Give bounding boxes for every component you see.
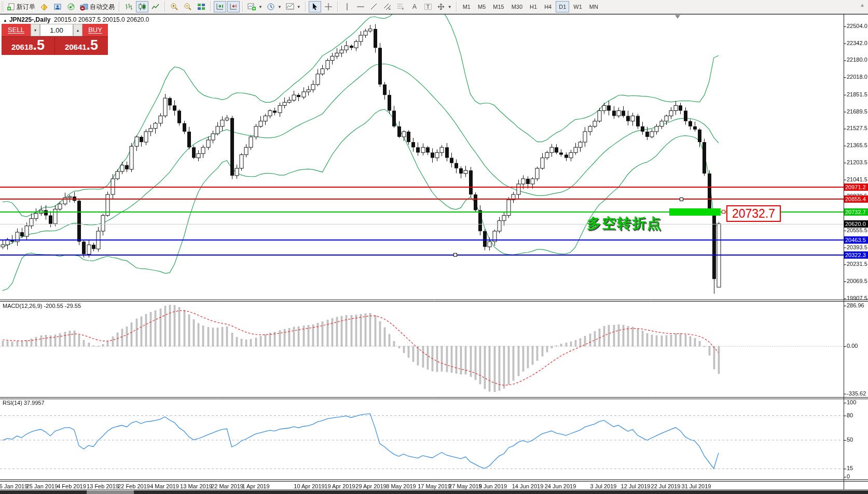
horizontal-line-tool-button[interactable]: [354, 1, 367, 12]
price-tag-20463.5: 20463.5: [844, 236, 868, 244]
level-line-20855.4[interactable]: [0, 199, 844, 200]
object-handle[interactable]: [680, 197, 683, 201]
timeframe-button-m5[interactable]: M5: [475, 1, 489, 12]
date-label: 31 Jul 2019: [682, 483, 711, 489]
vertical-line-tool-button[interactable]: [341, 1, 353, 12]
date-label: 13 Mar 2019: [180, 483, 212, 489]
volume-input[interactable]: [40, 24, 73, 36]
arrows-tool-button[interactable]: ▼: [435, 1, 453, 12]
line-chart-icon: [151, 3, 160, 11]
svg-text:E: E: [389, 7, 391, 10]
channel-tool-button[interactable]: E: [381, 1, 394, 12]
level-line-20322.3[interactable]: [0, 255, 844, 256]
zoom-in-button[interactable]: [168, 1, 181, 12]
timeframe-button-mn[interactable]: MN: [586, 1, 601, 12]
tile-windows-icon: [197, 3, 205, 11]
timeframe-button-m30[interactable]: M30: [508, 1, 526, 12]
volume-decrease-button[interactable]: ▼: [31, 24, 40, 36]
yellow-book-icon: [40, 3, 48, 11]
timeframe-button-m1[interactable]: M1: [460, 1, 474, 12]
toolbar-overflow-icon[interactable]: ▲: [860, 2, 865, 8]
horizontal-scrollbar[interactable]: [0, 490, 868, 494]
sell-button[interactable]: SELL: [2, 24, 31, 36]
collapse-panel-icon[interactable]: ▲: [3, 18, 7, 23]
price-axis-tick: 21851.5: [847, 91, 867, 97]
spin-down-icon: ▼: [34, 29, 37, 32]
auto-trading-label: 自动交易: [90, 3, 115, 11]
date-label: 17 May 2019: [418, 483, 451, 489]
sell-price[interactable]: 20618.5: [2, 37, 54, 55]
template-chart-icon: [286, 3, 294, 11]
dropdown-arrow-icon: ▼: [448, 5, 452, 9]
toolbar-separator: [164, 2, 166, 12]
trendline-icon: [370, 3, 378, 11]
community-button[interactable]: [51, 1, 64, 12]
templates-button[interactable]: ▼: [284, 1, 302, 12]
crosshair-tool-button[interactable]: [322, 1, 335, 12]
price-axis-tick: 22018.0: [847, 74, 867, 80]
timeframe-button-h4[interactable]: H4: [541, 1, 555, 12]
fibonacci-icon: F: [397, 3, 405, 11]
tile-windows-button[interactable]: [195, 1, 208, 12]
metaeditor-button[interactable]: [38, 1, 50, 12]
timeframe-button-w1[interactable]: W1: [570, 1, 585, 12]
object-handle[interactable]: [453, 253, 457, 257]
scrollbar-thumb[interactable]: [87, 490, 134, 494]
new-order-label: 新订单: [17, 3, 35, 11]
ohlc-bars-icon: [125, 3, 133, 11]
chart-shift-icon: [229, 3, 238, 11]
candlestick-chart-type-button[interactable]: [136, 1, 148, 12]
timeframe-group: M1M5M15M30H1H4D1W1MN: [459, 1, 602, 12]
toolbar-separator: [119, 2, 120, 12]
date-label: 25 Jan 2019: [26, 483, 58, 489]
periods-button[interactable]: ▼: [265, 1, 283, 12]
chart-canvas[interactable]: [0, 0, 868, 494]
price-axis-tick: 20231.5: [847, 261, 867, 267]
indicators-button[interactable]: ▼: [246, 1, 264, 12]
timeframe-button-d1[interactable]: D1: [556, 1, 569, 12]
zoom-out-button[interactable]: [182, 1, 194, 12]
date-label: 5 Jun 2019: [479, 483, 507, 489]
new-order-button[interactable]: 新订单: [5, 1, 37, 12]
chart-shift-button[interactable]: [227, 1, 240, 12]
label-tool-button[interactable]: T: [422, 1, 434, 12]
rsi-axis-tick: 100: [847, 399, 856, 405]
timeframe-button-m15[interactable]: M15: [490, 1, 507, 12]
level-line-20463.5[interactable]: [0, 239, 844, 241]
date-label: 4 Mar 2019: [150, 483, 179, 489]
price-tag-20971.2: 20971.2: [844, 184, 868, 191]
svg-text:A: A: [412, 3, 417, 10]
date-label: 24 Jun 2019: [545, 483, 576, 489]
text-tool-button[interactable]: A: [408, 1, 421, 12]
toolbar-separator: [456, 2, 457, 12]
level-line-20971.2[interactable]: [0, 187, 844, 188]
price-axis-tick: 22342.0: [847, 40, 867, 46]
date-label: 12 Jul 2019: [621, 483, 651, 489]
price-tag-20732.7: 20732.7: [844, 208, 868, 216]
bid-price-tag: 20620.0: [844, 220, 868, 228]
cursor-tool-button[interactable]: [309, 1, 321, 12]
chart-shift-marker-icon[interactable]: [675, 15, 680, 19]
price-flag-label[interactable]: 20732.7: [726, 205, 781, 222]
svg-text:T: T: [426, 4, 430, 10]
dropdown-arrow-icon: ▼: [278, 5, 282, 9]
date-label: 22 Mar 2019: [211, 483, 243, 489]
volume-increase-button[interactable]: ▲: [73, 24, 82, 36]
rsi-axis-tick: 80: [847, 412, 853, 418]
date-label: 10 Apr 2019: [294, 483, 324, 489]
toolbar-separator: [305, 2, 306, 12]
pivot-annotation-text[interactable]: 多空转折点: [587, 214, 662, 233]
auto-scroll-button[interactable]: [214, 1, 226, 12]
bar-chart-type-button[interactable]: [122, 1, 135, 12]
auto-trading-button[interactable]: 自动交易: [78, 1, 116, 12]
line-chart-type-button[interactable]: [149, 1, 162, 12]
timeframe-button-h1[interactable]: H1: [527, 1, 540, 12]
green-highlight-rectangle[interactable]: [669, 208, 721, 216]
signals-button[interactable]: [65, 1, 77, 12]
fibonacci-tool-button[interactable]: F: [395, 1, 407, 12]
object-handle[interactable]: [722, 210, 725, 214]
toolbar-separator: [337, 2, 338, 12]
buy-button[interactable]: BUY: [82, 24, 108, 36]
buy-price[interactable]: 20641.5: [55, 37, 108, 55]
trendline-tool-button[interactable]: [368, 1, 380, 12]
